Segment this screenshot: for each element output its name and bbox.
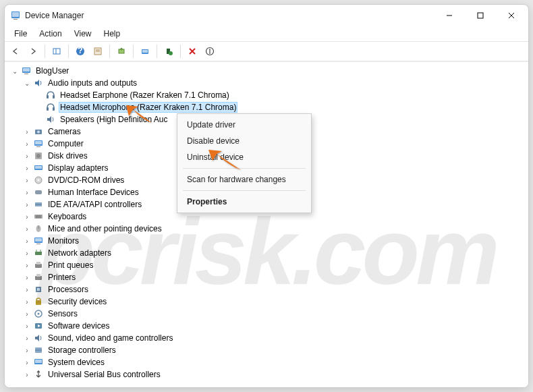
tree-item-microphone[interactable]: Headset Microphone (Razer Kraken 7.1 Chr…	[7, 101, 528, 113]
expand-icon[interactable]: ›	[22, 151, 32, 161]
help-button[interactable]: ?	[72, 43, 88, 59]
tree-item-earphone[interactable]: Headset Earphone (Razer Kraken 7.1 Chrom…	[7, 89, 528, 101]
tree-label: Computer	[47, 138, 85, 149]
ctx-divider	[183, 168, 306, 169]
tree-root[interactable]: ⌄ BlogUser	[7, 65, 528, 77]
audio-icon	[33, 78, 44, 88]
tree-category-network[interactable]: ›Network adapters	[7, 247, 528, 259]
tree-label: Printers	[47, 272, 77, 283]
tree-label: Human Interface Devices	[47, 187, 140, 198]
tree-category-storage[interactable]: ›Storage controllers	[7, 344, 528, 356]
tree-category-system[interactable]: ›System devices	[7, 356, 528, 368]
scan-hardware-toolbar-button[interactable]	[137, 43, 153, 59]
svg-rect-7	[53, 49, 60, 54]
svg-rect-28	[53, 107, 55, 111]
storage-icon	[33, 345, 44, 356]
expand-icon[interactable]: ›	[22, 224, 32, 233]
ctx-scan-hardware[interactable]: Scan for hardware changes	[177, 171, 311, 188]
tree-label: Audio inputs and outputs	[47, 78, 138, 88]
svg-point-62	[38, 313, 40, 315]
toolbar-separator	[68, 45, 69, 58]
menu-help[interactable]: Help	[99, 28, 126, 40]
context-menu: Update driver Disable device Uninstall d…	[177, 113, 312, 213]
device-tree[interactable]: ⌄ BlogUser ⌄ Audio inputs and outputs He…	[5, 62, 528, 383]
svg-rect-24	[24, 74, 28, 74]
maximize-button[interactable]	[465, 5, 496, 26]
tree-label: Print queues	[47, 260, 94, 271]
expand-icon[interactable]: ›	[22, 358, 32, 367]
usb-icon	[33, 369, 44, 380]
properties-toolbar-button[interactable]	[90, 43, 106, 59]
expand-icon[interactable]: ›	[22, 212, 32, 221]
tree-category-usb[interactable]: ›Universal Serial Bus controllers	[7, 368, 528, 381]
expand-icon[interactable]: ›	[22, 127, 32, 136]
tree-category-security[interactable]: ›Security devices	[7, 296, 528, 308]
expand-icon[interactable]: ›	[22, 188, 32, 197]
minimize-button[interactable]	[434, 5, 465, 26]
tree-label: Display adapters	[47, 163, 109, 173]
add-legacy-hardware-button[interactable]	[161, 43, 177, 59]
uninstall-toolbar-button[interactable]	[184, 43, 200, 59]
expand-icon[interactable]: ›	[22, 139, 32, 148]
tree-label: Mice and other pointing devices	[47, 223, 163, 234]
menu-file[interactable]: File	[9, 28, 32, 40]
toolbar-separator	[180, 45, 181, 58]
menu-action[interactable]: Action	[34, 28, 67, 40]
tree-category-software[interactable]: ›Software devices	[7, 320, 528, 332]
sound-icon	[33, 333, 44, 343]
tree-category-print-queues[interactable]: ›Print queues	[7, 259, 528, 271]
collapse-icon[interactable]: ⌄	[10, 66, 20, 76]
ctx-disable-device[interactable]: Disable device	[177, 133, 311, 149]
expand-icon[interactable]: ›	[22, 285, 32, 294]
cameras-icon	[33, 126, 44, 137]
dvd-cdrom-icon	[33, 175, 44, 186]
svg-point-35	[36, 154, 40, 158]
expand-icon[interactable]: ›	[22, 297, 32, 306]
tree-label: Keyboards	[47, 211, 88, 222]
expand-icon[interactable]: ›	[22, 200, 32, 209]
expand-icon[interactable]: ›	[22, 309, 32, 318]
tree-category-sound[interactable]: ›Sound, video and game controllers	[7, 332, 528, 344]
expand-icon[interactable]: ›	[22, 260, 32, 270]
expand-icon[interactable]: ›	[22, 163, 32, 173]
ctx-update-driver[interactable]: Update driver	[177, 117, 311, 133]
expand-icon[interactable]: ›	[22, 236, 32, 246]
toolbar: ?	[5, 41, 528, 61]
back-button[interactable]	[7, 43, 24, 59]
update-driver-toolbar-button[interactable]	[113, 43, 130, 59]
expand-icon[interactable]: ›	[22, 248, 32, 258]
tree-label: Network adapters	[47, 248, 113, 258]
forward-button[interactable]	[25, 43, 41, 59]
printers-icon	[33, 272, 44, 283]
expand-icon[interactable]: ›	[22, 273, 32, 282]
svg-point-18	[169, 51, 173, 55]
tree-category-mice[interactable]: ›Mice and other pointing devices	[7, 223, 528, 235]
expand-icon[interactable]: ›	[22, 321, 32, 331]
expand-icon[interactable]: ›	[22, 370, 32, 379]
svg-rect-16	[142, 50, 148, 53]
tree-category-sensors[interactable]: ›Sensors	[7, 308, 528, 320]
tree-category-processors[interactable]: ›Processors	[7, 283, 528, 296]
headset-icon	[45, 102, 56, 113]
collapse-icon[interactable]: ⌄	[22, 78, 32, 88]
svg-rect-37	[35, 166, 42, 169]
tree-category-printers[interactable]: ›Printers	[7, 271, 528, 283]
ctx-uninstall-device[interactable]: Uninstall device	[177, 149, 311, 165]
tree-label: Software devices	[47, 320, 111, 331]
svg-rect-40	[35, 190, 42, 194]
show-hide-tree-button[interactable]	[49, 43, 65, 59]
tree-label: Headset Microphone (Razer Kraken 7.1 Chr…	[59, 102, 237, 113]
tree-category-audio[interactable]: ⌄ Audio inputs and outputs	[7, 77, 528, 89]
expand-icon[interactable]: ›	[22, 345, 32, 355]
close-button[interactable]	[496, 5, 527, 26]
speaker-icon	[45, 114, 56, 125]
tree-label: Disk drives	[47, 150, 89, 161]
tree-category-monitors[interactable]: ›Monitors	[7, 235, 528, 247]
menu-view[interactable]: View	[69, 28, 97, 40]
ctx-properties[interactable]: Properties	[177, 194, 311, 210]
toolbar-separator	[133, 45, 134, 58]
svg-rect-55	[36, 262, 40, 264]
disable-toolbar-button[interactable]	[202, 43, 218, 59]
expand-icon[interactable]: ›	[22, 175, 32, 185]
expand-icon[interactable]: ›	[22, 333, 32, 343]
